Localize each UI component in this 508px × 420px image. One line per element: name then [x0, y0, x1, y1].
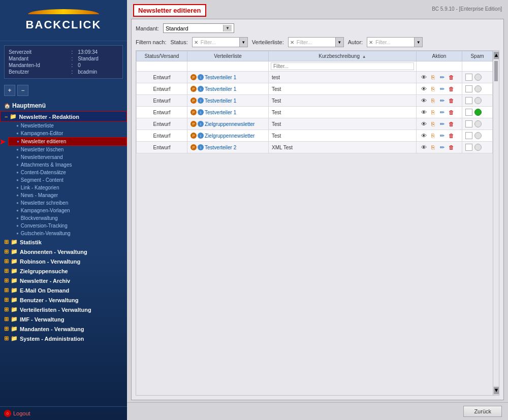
sidebar-item-system-admin[interactable]: ⊞ 📁 System - Administration: [0, 334, 127, 343]
sidebar-item-newsletter-archiv[interactable]: ⊞ 📁 Newsletter - Archiv: [0, 276, 127, 285]
expand-all-button[interactable]: +: [4, 85, 15, 96]
view-btn-5[interactable]: 👁: [420, 120, 428, 128]
edit-btn-7[interactable]: ✏: [438, 143, 446, 151]
view-btn-1[interactable]: 👁: [420, 73, 428, 81]
dist-p-icon-2: P: [190, 86, 197, 92]
sidebar-item-email-on-demand[interactable]: ⊞ 📁 E-Mail On Demand: [0, 285, 127, 295]
sidebar-item-conversion-tracking[interactable]: ● Conversion-Tracking: [8, 222, 127, 230]
sidebar-item-benutzer[interactable]: ⊞ 📁 Benutzer - Verwaltung: [0, 295, 127, 305]
edit-btn-1[interactable]: ✏: [438, 73, 446, 81]
delete-btn-3[interactable]: 🗑: [447, 96, 455, 105]
sidebar-item-kampagnen-vorlagen[interactable]: ● Kampagnen-Vorlagen: [8, 207, 127, 214]
sidebar-item-news-manager[interactable]: ● News - Manager: [8, 191, 127, 199]
sidebar-item-kampagnen-editor[interactable]: ● Kampagnen-Editor: [8, 130, 127, 137]
verteiler-name-1[interactable]: Testverteiler 1: [205, 75, 236, 80]
verteiler-filter[interactable]: ✕ Filter... ▼: [288, 37, 344, 47]
mandanten-label: Mandanten - Verwaltung: [20, 326, 84, 332]
edit-btn-3[interactable]: ✏: [438, 96, 446, 105]
col-verteiler[interactable]: Verteilerliste: [187, 51, 269, 61]
status-filter-x[interactable]: ✕: [193, 40, 200, 45]
copy-btn-2[interactable]: ⎘: [429, 85, 437, 93]
beschreibung-filter-input[interactable]: [271, 62, 414, 70]
col-status[interactable]: Status/Versand: [137, 51, 187, 61]
copy-btn-5[interactable]: ⎘: [429, 120, 437, 128]
sidebar-item-hauptmenu[interactable]: 🏠 Hauptmenü: [0, 100, 127, 111]
sidebar-item-blockverwaltung[interactable]: ● Blockverwaltung: [8, 214, 127, 222]
verteiler-cell-5: P i Zielgruppennewsletter: [187, 118, 269, 130]
filter-beschreibung-cell[interactable]: [269, 61, 417, 72]
copy-btn-7[interactable]: ⎘: [429, 143, 437, 151]
filter-status-cell: [137, 61, 187, 72]
view-btn-7[interactable]: 👁: [420, 143, 428, 151]
edit-btn-4[interactable]: ✏: [438, 108, 446, 116]
sidebar-item-zielgruppensuche[interactable]: ⊞ 📁 Zielgruppensuche: [0, 266, 127, 276]
collapse-all-button[interactable]: −: [17, 85, 28, 96]
col-beschreibung[interactable]: Kurzbeschreibung ▲: [269, 51, 417, 61]
delete-btn-4[interactable]: 🗑: [447, 108, 455, 116]
copy-btn-6[interactable]: ⎘: [429, 132, 437, 140]
sidebar-item-verteilerlisten[interactable]: ⊞ 📁 Verteilerlisten - Verwaltung: [0, 305, 127, 314]
verteiler-name-3[interactable]: Testverteiler 1: [205, 98, 236, 104]
verteiler-filter-x[interactable]: ✕: [289, 40, 296, 45]
delete-btn-5[interactable]: 🗑: [447, 120, 455, 128]
verteiler-filter-arrow[interactable]: ▼: [335, 38, 343, 47]
view-btn-3[interactable]: 👁: [420, 96, 428, 105]
col-spam[interactable]: Spam: [462, 51, 493, 61]
sidebar-item-abonnenten[interactable]: ⊞ 📁 Abonnenten - Verwaltung: [0, 247, 127, 256]
sidebar-item-statistik[interactable]: ⊞ 📁 Statistik: [0, 237, 127, 247]
logout-button[interactable]: ○ Logout: [4, 410, 123, 417]
autor-filter-arrow[interactable]: ▼: [414, 38, 422, 47]
verteiler-name-6[interactable]: Zielgruppennewsletter: [205, 133, 255, 139]
table-scrollbar[interactable]: ▲ ▼: [493, 51, 499, 395]
sidebar-item-newsletter-loeschen[interactable]: ● Newsletter löschen: [8, 146, 127, 153]
edit-btn-6[interactable]: ✏: [438, 132, 446, 140]
mandant-select[interactable]: Standard ▼: [163, 23, 234, 33]
sidebar-item-link-kategorien[interactable]: ● Link - Kategorien: [8, 184, 127, 191]
delete-btn-2[interactable]: 🗑: [447, 85, 455, 93]
edit-btn-5[interactable]: ✏: [438, 120, 446, 128]
scroll-up-btn[interactable]: ▲: [494, 52, 499, 59]
sidebar-item-gutschein-verwaltung[interactable]: ● Gutschein-Verwaltung: [8, 230, 127, 237]
sidebar-item-mandanten[interactable]: ⊞ 📁 Mandanten - Verwaltung: [0, 324, 127, 334]
sidebar-item-newsletterliste[interactable]: ● Newsletterliste: [8, 122, 127, 130]
verteiler-name-4[interactable]: Testverteiler 1: [205, 110, 236, 115]
sidebar-item-newsletterversand[interactable]: ● Newsletterversand: [8, 153, 127, 161]
scroll-down-btn[interactable]: ▼: [494, 387, 499, 394]
status-cell-6: Entwurf: [137, 130, 187, 142]
autor-filter[interactable]: ✕ Filter... ▼: [367, 37, 423, 47]
sidebar-item-imf[interactable]: ⊞ 📁 IMF - Verwaltung: [0, 314, 127, 324]
view-btn-4[interactable]: 👁: [420, 108, 428, 116]
verteiler-name-7[interactable]: Testverteiler 2: [205, 145, 236, 150]
view-btn-2[interactable]: 👁: [420, 85, 428, 93]
sidebar-item-content-datensaetze[interactable]: ● Content-Datensätze: [8, 169, 127, 176]
status-filter-arrow[interactable]: ▼: [239, 38, 247, 47]
copy-btn-4[interactable]: ⎘: [429, 108, 437, 116]
scroll-track[interactable]: [493, 60, 499, 386]
copy-btn-1[interactable]: ⎘: [429, 73, 437, 81]
dist-p-icon-3: P: [190, 98, 197, 104]
sidebar-item-newsletter-schreiben[interactable]: ● Newsletter schreiben: [8, 199, 127, 207]
content-area: Mandant: Standard ▼ Filtern nach: Status…: [131, 19, 504, 400]
col-aktion[interactable]: Aktion: [417, 51, 462, 61]
verteiler-cell-6: P i Zielgruppennewsletter: [187, 130, 269, 142]
beschreibung-cell-2: Test: [269, 83, 417, 95]
verteiler-name-5[interactable]: Zielgruppennewsletter: [205, 121, 255, 127]
delete-btn-1[interactable]: 🗑: [447, 73, 455, 81]
status-filter[interactable]: ✕ Filter... ▼: [192, 37, 248, 47]
sidebar-item-newsletter-editieren[interactable]: ➤ ● Newsletter editieren: [8, 137, 127, 146]
sidebar-item-segment-content[interactable]: ● Segment - Content: [8, 176, 127, 184]
delete-btn-7[interactable]: 🗑: [447, 143, 455, 151]
view-btn-6[interactable]: 👁: [420, 132, 428, 140]
autor-filter-x[interactable]: ✕: [367, 40, 374, 45]
back-button[interactable]: Zurück: [463, 406, 502, 417]
sidebar-item-newsletter-redaktion[interactable]: − 📁 Newsletter - Redaktion: [0, 111, 127, 122]
scroll-thumb[interactable]: [494, 61, 498, 81]
delete-btn-6[interactable]: 🗑: [447, 132, 455, 140]
server-info: Serverzeit : 13:09:34 Mandant : Standard…: [4, 45, 123, 79]
verteiler-name-2[interactable]: Testverteiler 1: [205, 86, 236, 92]
sidebar-item-robinson[interactable]: ⊞ 📁 Robinson - Verwaltung: [0, 256, 127, 266]
sidebar-item-attachments[interactable]: ● Attachments & Images: [8, 161, 127, 169]
plus-robinson-icon: ⊞: [4, 258, 9, 265]
edit-btn-2[interactable]: ✏: [438, 85, 446, 93]
copy-btn-3[interactable]: ⎘: [429, 96, 437, 105]
